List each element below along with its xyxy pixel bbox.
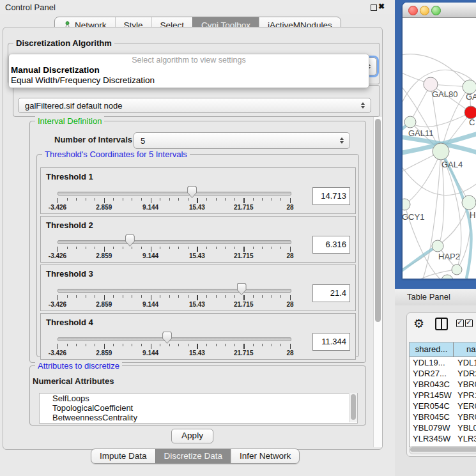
tick-mark	[169, 247, 170, 249]
tab-label: Infer Network	[240, 449, 291, 463]
table-row[interactable]: YBR045CYBR0	[410, 411, 476, 422]
zoom-traffic-light-icon[interactable]	[431, 6, 441, 15]
gear-icon[interactable]: ⚙	[413, 317, 424, 331]
threshold-value-field[interactable]: 14.713	[312, 187, 350, 205]
tick-labels: -3.4262.8599.14415.4321.71528	[58, 252, 290, 260]
tick-label: 9.144	[142, 252, 158, 259]
minimize-traffic-light-icon[interactable]	[420, 6, 429, 15]
slider-handle[interactable]	[162, 332, 172, 344]
network-node-c[interactable]	[464, 106, 476, 119]
threshold-box: Threshold 3-3.4262.8599.14415.4321.71528…	[40, 265, 356, 311]
cell-name: YDR2	[453, 368, 476, 379]
table-row[interactable]: YER054CYER0	[410, 401, 476, 411]
attribute-item-topologicalcoefficient[interactable]: TopologicalCoefficient	[40, 403, 357, 413]
network-node[interactable]	[452, 265, 462, 275]
network-node-hap2[interactable]	[432, 240, 443, 252]
slider-handle-face	[163, 332, 171, 343]
tab-label: Discretize Data	[164, 449, 223, 463]
tick-mark	[76, 344, 77, 346]
slider-handle[interactable]	[187, 186, 197, 198]
table-horizontal-scrollbar[interactable]	[409, 446, 476, 454]
network-node-gal4[interactable]	[433, 143, 449, 160]
threshold-value-field[interactable]: 21.4	[312, 284, 350, 302]
tick-mark	[76, 198, 77, 201]
threshold-value-field[interactable]: 6.316	[312, 236, 350, 254]
slider-handle[interactable]	[125, 234, 135, 247]
tick-mark	[132, 247, 132, 249]
float-window-icon[interactable]	[371, 4, 377, 11]
network-canvas[interactable]: GAL80GACGAL11GAL4GCY1HHAP2	[403, 18, 476, 279]
table-data-combobox[interactable]: galFiltered.sif default node	[18, 98, 371, 113]
column-header-shared[interactable]: shared...	[410, 342, 454, 357]
close-traffic-light-icon[interactable]	[408, 6, 418, 15]
tick-mark	[76, 295, 77, 298]
threshold-slider[interactable]: -3.4262.8599.14415.4321.71528	[58, 217, 290, 262]
tick-mark	[160, 344, 160, 346]
column-header-name[interactable]: na	[454, 342, 476, 357]
algorithm-option-equal-width-frequency-discretization[interactable]: Equal Width/Frequency Discretization	[9, 75, 369, 86]
numerical-attributes-label: Numerical Attributes	[33, 376, 114, 386]
settings-scrollbar[interactable]	[373, 117, 382, 447]
network-node-h[interactable]	[462, 196, 476, 210]
tick-label: 28	[286, 349, 293, 357]
attributes-scrollbar[interactable]	[349, 393, 357, 422]
tick-mark	[216, 344, 217, 346]
algorithm-prompt: Select algorithm to view settings	[9, 56, 369, 65]
table-rows: YDL19...YDL1YDR27...YDR2YBR043CYBR0YPR14…	[410, 357, 476, 447]
tick-mark	[234, 198, 235, 201]
network-node[interactable]	[441, 275, 453, 279]
table-row[interactable]: YLR345WYLR3	[410, 433, 476, 444]
table-row[interactable]: YDR27...YDR2	[410, 368, 476, 379]
scrollbar-thumb[interactable]	[351, 394, 356, 420]
scrollbar-thumb[interactable]	[410, 447, 476, 452]
slider-track	[58, 240, 291, 244]
network-node-gal11[interactable]	[404, 116, 416, 128]
tick-mark	[67, 198, 68, 201]
tick-mark	[151, 198, 151, 203]
cell-name: YPR1	[453, 390, 476, 401]
table-row[interactable]: YDL19...YDL1	[410, 357, 476, 368]
table-row[interactable]: YBL079WYBL0	[410, 422, 476, 433]
cell-shared-name: YBR045C	[410, 411, 453, 422]
attribute-item-betweennesscentrality[interactable]: BetweennessCentrality	[40, 413, 357, 422]
tick-label: 9.144	[142, 301, 158, 308]
numerical-attributes-list[interactable]: SelfLoopsTopologicalCoefficientBetweenne…	[39, 393, 358, 424]
scrollbar-thumb[interactable]	[375, 119, 381, 322]
network-node-gcy1[interactable]	[403, 199, 410, 210]
tab-infer-network[interactable]: Infer Network	[231, 449, 299, 463]
threshold-slider[interactable]: -3.4262.8599.14415.4321.71528	[58, 314, 290, 359]
algorithm-option-manual-discretization[interactable]: Manual Discretization	[9, 65, 369, 75]
checkbox-icon[interactable]	[456, 319, 464, 327]
attribute-item-selfloops[interactable]: SelfLoops	[40, 394, 357, 403]
tick-mark	[95, 247, 95, 249]
tick-label: -3.426	[49, 301, 66, 308]
split-columns-icon[interactable]	[435, 318, 448, 330]
threshold-slider[interactable]: -3.4262.8599.14415.4321.71528	[58, 265, 290, 311]
thresholds-group: Threshold's Coordinates for 5 Intervals …	[36, 154, 359, 357]
tick-label: 2.859	[96, 204, 112, 211]
apply-button[interactable]: Apply	[171, 429, 213, 443]
table-row[interactable]: YPR145WYPR1	[410, 390, 476, 401]
tab-impute-data[interactable]: Impute Data	[91, 449, 155, 463]
threshold-value-field[interactable]: 11.344	[312, 333, 350, 351]
number-of-intervals-combobox[interactable]: 5	[134, 132, 350, 149]
interval-definition-group: Interval Definition Number of Intervals …	[29, 121, 366, 363]
slider-handle[interactable]	[237, 283, 247, 295]
tick-mark	[113, 247, 114, 249]
tick-label: 2.859	[96, 349, 112, 357]
tab-discretize-data[interactable]: Discretize Data	[155, 449, 231, 463]
tick-mark	[206, 344, 207, 346]
network-window-titlebar	[403, 3, 476, 18]
checkbox-icon[interactable]	[465, 319, 473, 327]
tick-mark	[58, 295, 58, 300]
tick-mark	[216, 247, 217, 249]
node-table[interactable]: shared... na YDL19...YDL1YDR27...YDR2YBR…	[409, 342, 476, 447]
tick-mark	[188, 295, 188, 298]
threshold-slider[interactable]: -3.4262.8599.14415.4321.71528	[58, 168, 290, 213]
close-icon[interactable]: ✖	[378, 2, 385, 11]
table-row[interactable]: YBR043CYBR0	[410, 379, 476, 390]
tick-mark	[206, 247, 207, 249]
tick-mark	[216, 198, 217, 201]
table-data-value: galFiltered.sif default node	[19, 101, 360, 111]
tick-mark	[272, 344, 272, 346]
